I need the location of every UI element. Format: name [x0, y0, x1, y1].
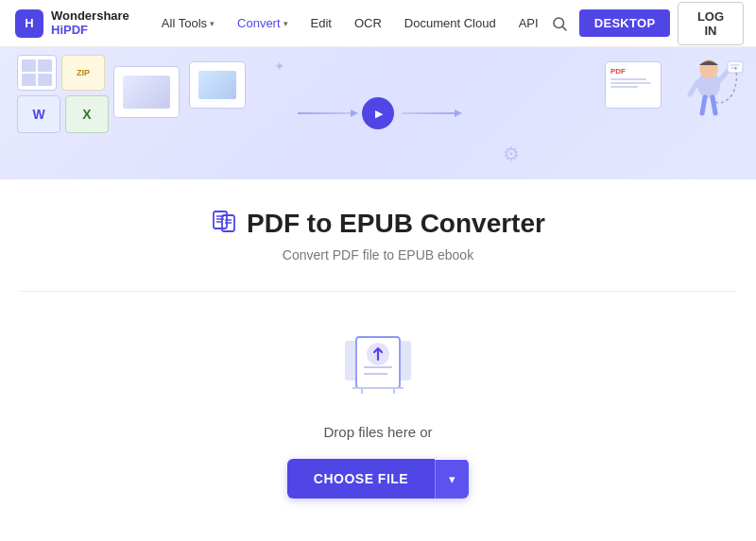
- logo[interactable]: H Wondershare HiPDF: [15, 9, 129, 38]
- svg-line-1: [563, 26, 567, 30]
- page-title-area: PDF to EPUB Converter: [211, 208, 545, 240]
- nav-right: DESKTOP LOG IN: [548, 2, 744, 45]
- arrow-left: [298, 112, 354, 114]
- logo-icon: H: [15, 9, 43, 38]
- svg-line-10: [713, 97, 715, 113]
- svg-line-8: [690, 82, 697, 94]
- excel-doc-card: X: [65, 95, 109, 133]
- nav-item-document-cloud[interactable]: Document Cloud: [395, 10, 506, 36]
- grid-icon: [17, 55, 57, 91]
- search-button[interactable]: [548, 8, 572, 39]
- main-content: PDF to EPUB Converter Convert PDF file t…: [0, 179, 756, 536]
- svg-line-9: [702, 97, 705, 113]
- desktop-button[interactable]: DESKTOP: [579, 9, 671, 37]
- choose-file-button[interactable]: CHOOSE FILE: [287, 459, 435, 499]
- converter-icon: [211, 208, 237, 240]
- navbar: H Wondershare HiPDF All Tools ▾ Convert …: [0, 0, 756, 47]
- chevron-down-icon: ▾: [210, 19, 215, 28]
- star-icon: ✦: [274, 59, 285, 74]
- pdf-card: PDF: [605, 61, 662, 109]
- logo-text: Wondershare HiPDF: [51, 9, 129, 37]
- upload-illustration: [335, 320, 421, 405]
- hero-image-placeholder: [113, 66, 180, 118]
- svg-rect-11: [214, 211, 227, 228]
- svg-point-0: [554, 18, 564, 28]
- hero-banner: ZIP W X ▶ PDF: [0, 47, 756, 179]
- login-button[interactable]: LOG IN: [678, 2, 743, 45]
- page-title: PDF to EPUB Converter: [247, 209, 545, 239]
- arrow-right: [402, 112, 458, 114]
- nav-item-edit[interactable]: Edit: [301, 10, 341, 36]
- chevron-down-icon: ▾: [449, 472, 455, 486]
- character-illustration: [671, 52, 747, 165]
- nav-item-api[interactable]: API: [509, 10, 548, 36]
- nav-item-convert[interactable]: Convert ▾: [228, 10, 298, 36]
- gear-icon: ⚙: [503, 143, 520, 165]
- word-doc-card: W: [17, 95, 60, 133]
- nav-item-ocr[interactable]: OCR: [345, 10, 391, 36]
- nav-links: All Tools ▾ Convert ▾ Edit OCR Document …: [152, 10, 548, 36]
- choose-file-dropdown-button[interactable]: ▾: [435, 460, 469, 499]
- zip-doc-card: ZIP: [61, 55, 105, 91]
- hero-right: PDF: [605, 52, 747, 165]
- nav-item-all-tools[interactable]: All Tools ▾: [152, 10, 224, 36]
- section-divider: [19, 291, 737, 292]
- hero-photo-card: [189, 61, 246, 109]
- hero-left-docs: ZIP W X: [17, 55, 109, 133]
- drop-text: Drop files here or: [323, 424, 432, 440]
- logo-letter: H: [25, 16, 33, 30]
- dropzone: Drop files here or CHOOSE FILE ▾: [19, 320, 737, 499]
- page-subtitle: Convert PDF file to EPUB ebook: [283, 247, 473, 262]
- play-icon: ▶: [362, 97, 394, 129]
- chevron-down-icon: ▾: [284, 19, 288, 28]
- hero-middle: ▶: [298, 97, 458, 129]
- choose-file-group: CHOOSE FILE ▾: [287, 459, 469, 499]
